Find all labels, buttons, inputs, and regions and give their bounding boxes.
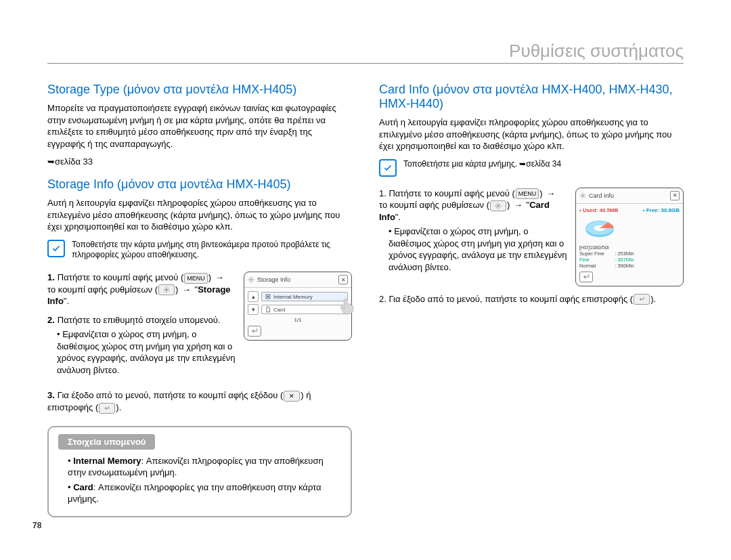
step-3: 3.Για έξοδο από το μενού, πατήστε το κου… — [47, 389, 352, 413]
right-column: Card Info (μόνον στα μοντέλα HMX-H400, H… — [379, 76, 684, 517]
res-normal: Normal — [579, 263, 612, 269]
res-superfine: Super Fine — [579, 251, 612, 257]
svg-point-5 — [582, 194, 584, 196]
svg-point-0 — [166, 289, 168, 291]
option-card[interactable]: Card — [261, 305, 348, 314]
step-1: 1. Πατήστε το κουμπί αφής μενού (MENU) →… — [379, 188, 567, 274]
submenu-box: Στοιχεία υπομενού Internal Memory: Απεικ… — [47, 426, 352, 517]
free-label: • Free: 30.8GB — [643, 207, 680, 213]
chapter-title: Ρυθμίσεις συστήματος — [47, 41, 684, 64]
used-label: • Used: 40.5MB — [579, 207, 619, 213]
page-number: 78 — [32, 521, 41, 530]
card-info-heading: Card Info (μόνον στα μοντέλα HMX-H400, H… — [379, 83, 684, 111]
gear-icon — [248, 276, 254, 283]
step-2-sub: Εμφανίζεται ο χώρος στη μνήμη, ο διαθέσι… — [57, 328, 236, 376]
pie-chart-icon — [579, 216, 620, 240]
step-2: 2. Για έξοδο από το μενού, πατήστε το κο… — [379, 293, 684, 305]
note-text: Τοποθετήστε την κάρτα μνήμης στη βιντεοκ… — [72, 240, 352, 261]
panel-title: Storage Info — [257, 276, 338, 283]
storage-info-heading: Storage Info (μόνον στα μοντέλα HMX-H405… — [47, 177, 352, 192]
step-1: 1.Πατήστε το κουμπί αφής μενού (MENU) → … — [47, 272, 236, 307]
gear-icon — [490, 200, 506, 211]
check-note-icon — [47, 240, 65, 257]
close-icon[interactable]: ✕ — [338, 275, 348, 284]
close-icon: ✕ — [284, 391, 300, 402]
resolution-header: [HD]1080/50i — [579, 244, 680, 251]
svg-point-4 — [497, 205, 500, 207]
panel-page-indicator: 1/1 — [248, 317, 348, 323]
sd-card-icon — [265, 306, 271, 313]
left-column: Storage Type (μόνον στα μοντέλα HMX-H405… — [47, 76, 352, 517]
option-internal-memory[interactable]: Internal Memory — [261, 292, 348, 301]
step-2: 2.Πατήστε το επιθυμητό στοιχείο υπομενού… — [47, 314, 236, 376]
storage-info-panel: Storage Info ✕ ▴ Internal Memory ▾ — [244, 272, 352, 341]
storage-type-heading: Storage Type (μόνον στα μοντέλα HMX-H405… — [47, 83, 352, 97]
note-box: Τοποθετήστε την κάρτα μνήμης στη βιντεοκ… — [47, 240, 352, 261]
note-text: Τοποθετήστε μια κάρτα μνήμης. ➥σελίδα 34 — [403, 159, 561, 177]
submenu-item-internal-memory: Internal Memory: Απεικονίζει πληροφορίες… — [68, 455, 341, 479]
svg-point-1 — [250, 279, 252, 281]
gear-icon — [579, 192, 586, 199]
submenu-item-card: Card: Απεικονίζει πληροφορίες για την απ… — [68, 481, 341, 505]
back-icon — [99, 403, 115, 414]
gear-icon — [158, 284, 175, 295]
card-info-text: Αυτή η λειτουργία εμφανίζει πληροφορίες … — [379, 116, 684, 152]
storage-type-text: Μπορείτε να πραγματοποιήσετε εγγραφή εικ… — [47, 102, 352, 150]
storage-type-page-ref: ➥σελίδα 33 — [47, 156, 352, 167]
back-icon[interactable] — [579, 272, 593, 282]
submenu-title: Στοιχεία υπομενού — [58, 434, 155, 450]
check-note-icon — [379, 159, 397, 177]
res-fine: Fine — [579, 257, 612, 263]
svg-rect-3 — [267, 296, 269, 298]
menu-icon: MENU — [184, 273, 208, 284]
note-box: Τοποθετήστε μια κάρτα μνήμης. ➥σελίδα 34 — [379, 159, 684, 177]
down-icon[interactable]: ▾ — [248, 304, 259, 315]
storage-info-text: Αυτή η λειτουργία εμφανίζει πληροφορίες … — [47, 197, 352, 233]
touch-hand-icon — [338, 296, 357, 315]
memory-chip-icon — [265, 293, 271, 300]
step-1-sub: Εμφανίζεται ο χώρος στη μνήμη, ο διαθέσι… — [389, 225, 567, 273]
back-icon — [634, 294, 650, 305]
back-icon[interactable] — [248, 326, 261, 337]
up-icon[interactable]: ▴ — [248, 291, 259, 302]
card-info-panel: Card Info ✕ • Used: 40.5MB • Free: 30.8G… — [575, 188, 684, 286]
panel-title: Card Info — [589, 192, 670, 199]
menu-icon: MENU — [516, 188, 539, 199]
close-icon[interactable]: ✕ — [670, 191, 680, 200]
